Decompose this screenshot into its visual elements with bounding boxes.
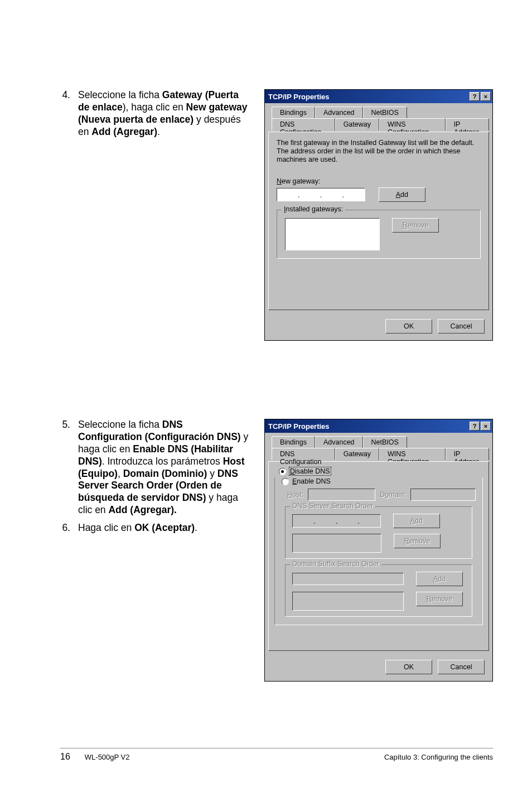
- domain-suffix-input[interactable]: [292, 573, 404, 585]
- ip-octet-3[interactable]: [338, 515, 357, 526]
- tab-ip-address[interactable]: IP Address: [446, 118, 489, 131]
- titlebar: TCP/IP Properties ? ×: [265, 90, 492, 103]
- new-gateway-ip-input[interactable]: . . .: [277, 188, 365, 201]
- step-6: 6. Haga clic en OK (Aceptar).: [60, 522, 249, 534]
- tab-netbios[interactable]: NetBIOS: [363, 107, 407, 119]
- host-input[interactable]: [308, 489, 375, 501]
- domain-label: Domain:: [380, 491, 406, 499]
- step-body: Haga clic en OK (Aceptar).: [78, 522, 249, 534]
- tab-netbios[interactable]: NetBIOS: [363, 436, 407, 448]
- step-body: Seleccione la ficha Gateway (Puerta de e…: [78, 89, 249, 138]
- cancel-button[interactable]: Cancel: [438, 660, 485, 674]
- domain-suffix-search-order-group: Domain Suffix Search Order Add Remove: [285, 564, 472, 617]
- dns-server-search-order-group: DNS Server Search Order . . . Add: [285, 506, 472, 559]
- step-4: 4. Seleccione la ficha Gateway (Puerta d…: [60, 89, 249, 138]
- remove-gateway-button[interactable]: Remove: [392, 218, 439, 233]
- tab-gateway[interactable]: Gateway: [335, 448, 379, 460]
- tab-wins-configuration[interactable]: WINS Configuration: [379, 448, 446, 460]
- host-label: Host:: [287, 491, 303, 499]
- tab-ip-address[interactable]: IP Address: [446, 448, 489, 460]
- step-number: 5.: [60, 419, 70, 516]
- close-button[interactable]: ×: [481, 422, 491, 431]
- domain-suffix-list[interactable]: [292, 592, 404, 611]
- step-number: 4.: [60, 89, 70, 138]
- installed-gateways-group: Installed gateways: Remove: [277, 210, 481, 259]
- footer-model: WL-500gP V2: [85, 753, 130, 761]
- dialog-title: TCP/IP Properties: [268, 422, 330, 431]
- footer-chapter: Capítulo 3: Configuring the clients: [384, 753, 493, 761]
- page-footer: 16 WL-500gP V2 Capítulo 3: Configuring t…: [60, 748, 493, 762]
- tabpage-gateway: The first gateway in the Installed Gatew…: [268, 132, 489, 310]
- tcpip-properties-dns-dialog: TCP/IP Properties ? × Bindings Advanced …: [264, 419, 493, 682]
- tabpage-dns: Disable DNS Enable DNS Host: Domain:: [268, 461, 489, 651]
- tab-wins-configuration[interactable]: WINS Configuration: [379, 118, 446, 131]
- add-domain-suffix-button[interactable]: Add: [416, 572, 463, 586]
- ip-octet-1[interactable]: [294, 515, 313, 526]
- remove-domain-suffix-button[interactable]: Remove: [416, 592, 463, 606]
- cancel-button[interactable]: Cancel: [438, 319, 485, 334]
- titlebar: TCP/IP Properties ? ×: [265, 419, 492, 433]
- dns-server-ip-input[interactable]: . . .: [292, 514, 381, 528]
- remove-dns-server-button[interactable]: Remove: [394, 534, 441, 548]
- ip-octet-1[interactable]: [278, 189, 297, 200]
- ip-octet-2[interactable]: [301, 189, 320, 200]
- ip-octet-2[interactable]: [316, 515, 335, 526]
- dns-server-list[interactable]: [292, 534, 381, 553]
- step-body: Seleccione la ficha DNS Configuration (C…: [78, 419, 249, 516]
- tab-bindings[interactable]: Bindings: [272, 436, 315, 448]
- ip-octet-4[interactable]: [345, 189, 364, 200]
- step-number: 6.: [60, 522, 70, 534]
- enable-dns-section: Enable DNS Host: Domain: DNS Server Sear…: [274, 477, 483, 625]
- ok-button[interactable]: OK: [385, 660, 432, 674]
- add-dns-server-button[interactable]: Add: [393, 514, 440, 528]
- tab-advanced[interactable]: Advanced: [315, 436, 363, 448]
- installed-gateways-label: Installed gateways:: [282, 205, 345, 213]
- help-button[interactable]: ?: [470, 92, 480, 101]
- new-gateway-label: New gateway:: [277, 177, 481, 185]
- tab-advanced[interactable]: Advanced: [315, 107, 363, 119]
- ip-octet-3[interactable]: [322, 189, 341, 200]
- installed-gateways-list[interactable]: [285, 218, 380, 250]
- close-button[interactable]: ×: [481, 92, 491, 101]
- row-step4: 4. Seleccione la ficha Gateway (Puerta d…: [60, 89, 493, 341]
- step-5: 5. Seleccione la ficha DNS Configuration…: [60, 419, 249, 516]
- tabs: Bindings Advanced NetBIOS DNS Configurat…: [268, 436, 489, 462]
- ip-octet-4[interactable]: [360, 515, 379, 526]
- row-step5: 5. Seleccione la ficha DNS Configuration…: [60, 419, 493, 682]
- dns-server-search-order-label: DNS Server Search Order: [290, 502, 375, 510]
- tab-dns-configuration[interactable]: DNS Configuration: [272, 118, 335, 131]
- help-button[interactable]: ?: [470, 422, 480, 431]
- domain-suffix-search-order-label: Domain Suffix Search Order: [290, 560, 381, 568]
- domain-input[interactable]: [410, 489, 476, 501]
- dialog-title: TCP/IP Properties: [268, 93, 330, 101]
- page: 4. Seleccione la ficha Gateway (Puerta d…: [0, 0, 532, 802]
- tcpip-properties-gateway-dialog: TCP/IP Properties ? × Bindings Advanced …: [264, 89, 493, 341]
- tabs: Bindings Advanced NetBIOS DNS Configurat…: [268, 107, 489, 132]
- tab-bindings[interactable]: Bindings: [272, 107, 315, 119]
- enable-dns-radio[interactable]: Enable DNS: [282, 477, 476, 485]
- tab-gateway[interactable]: Gateway: [335, 118, 379, 131]
- disable-dns-radio[interactable]: Disable DNS: [279, 467, 483, 475]
- page-number: 16: [60, 752, 70, 762]
- ok-button[interactable]: OK: [385, 319, 432, 334]
- tab-dns-configuration[interactable]: DNS Configuration: [272, 448, 335, 460]
- add-gateway-button[interactable]: Add: [379, 187, 425, 202]
- gateway-info-text: The first gateway in the Installed Gatew…: [277, 139, 481, 164]
